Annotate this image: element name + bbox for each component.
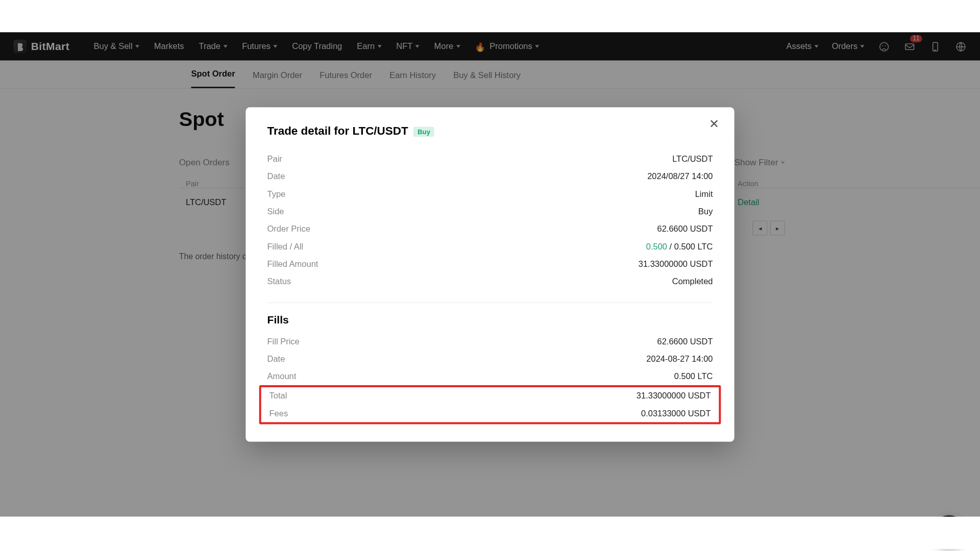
row-fill-price: Fill Price62.6600 USDT xyxy=(267,333,713,350)
row-date: Date2024/08/27 14:00 xyxy=(267,168,713,185)
row-side: SideBuy xyxy=(267,203,713,220)
highlighted-fills: Total31.33000000 USDT Fees0.03133000 USD… xyxy=(259,385,721,424)
trade-detail-modal: ✕ Trade detail for LTC/USDT Buy PairLTC/… xyxy=(246,107,734,441)
fills-heading: Fills xyxy=(267,303,713,326)
row-order-price: Order Price62.6600 USDT xyxy=(267,220,713,238)
row-fill-amount: Amount0.500 LTC xyxy=(267,368,713,385)
side-pill: Buy xyxy=(413,127,434,137)
row-status: StatusCompleted xyxy=(267,273,713,290)
row-fill-date: Date2024-08-27 14:00 xyxy=(267,350,713,367)
row-filled-all: Filled / All 0.500 / 0.500 LTC xyxy=(267,238,713,255)
row-type: TypeLimit xyxy=(267,185,713,203)
row-fill-total: Total31.33000000 USDT xyxy=(269,387,710,405)
row-pair: PairLTC/USDT xyxy=(267,151,713,168)
row-filled-amount: Filled Amount31.33000000 USDT xyxy=(267,255,713,272)
letterbox-bottom xyxy=(0,517,980,549)
close-icon[interactable]: ✕ xyxy=(709,118,722,131)
modal-overlay[interactable]: ✕ Trade detail for LTC/USDT Buy PairLTC/… xyxy=(0,32,980,516)
row-fill-fees: Fees0.03133000 USDT xyxy=(269,405,710,422)
letterbox-top xyxy=(0,0,980,32)
modal-title: Trade detail for LTC/USDT Buy xyxy=(267,125,713,138)
